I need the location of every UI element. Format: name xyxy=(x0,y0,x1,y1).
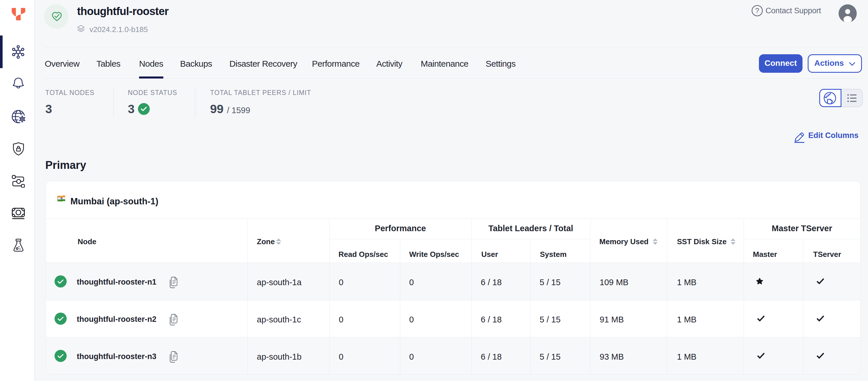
svg-text:?: ? xyxy=(755,7,759,15)
